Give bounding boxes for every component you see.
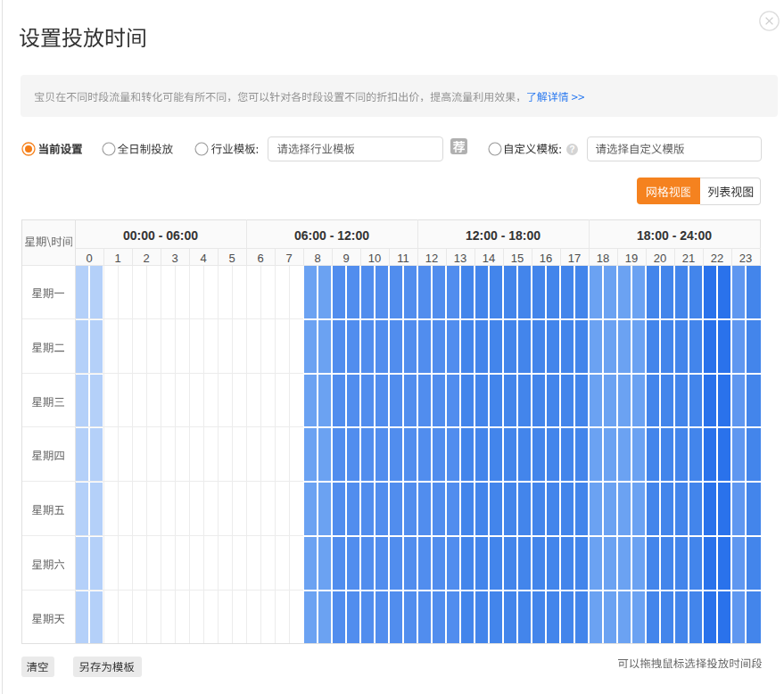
- svg-text:?: ?: [569, 144, 574, 154]
